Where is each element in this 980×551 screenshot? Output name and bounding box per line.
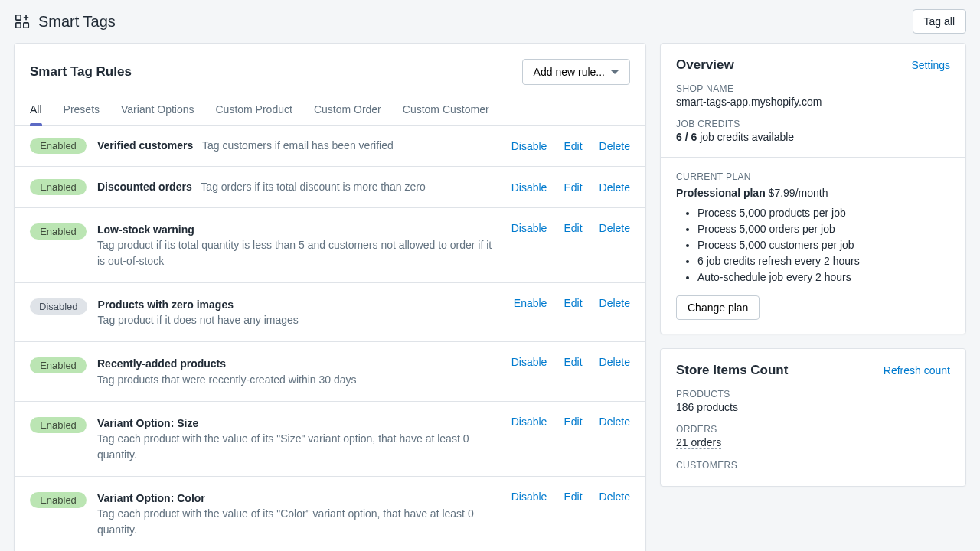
tab-all[interactable]: All [30,97,42,125]
settings-link[interactable]: Settings [911,59,950,71]
overview-title: Overview [676,57,734,73]
plan-feature: Process 5,000 customers per job [697,239,950,251]
delete-link[interactable]: Delete [599,181,630,194]
rule-actions: DisableEditDelete [511,181,630,194]
svg-rect-2 [24,23,28,28]
rule-name: Low-stock warning [97,222,495,237]
status-badge: Disabled [30,298,87,315]
toggle-link[interactable]: Enable [514,297,547,309]
delete-link[interactable]: Delete [599,297,630,309]
plan-feature: Process 5,000 products per job [697,207,950,219]
status-badge: Enabled [30,357,87,373]
rule-text: Discounted orders Tag orders if its tota… [97,179,501,194]
rule-actions: DisableEditDelete [511,491,630,503]
status-badge: Enabled [30,138,87,154]
edit-link[interactable]: Edit [564,222,582,234]
rule-actions: DisableEditDelete [511,356,630,368]
delete-link[interactable]: Delete [599,356,630,368]
rule-text: Products with zero imagesTag product if … [98,297,503,328]
delete-link[interactable]: Delete [599,491,630,503]
rule-name: Discounted orders [97,181,192,193]
status-badge: Enabled [30,223,87,240]
rule-desc: Tag each product with the value of its "… [97,506,501,537]
status-badge: Enabled [30,417,87,433]
overview-card: Overview Settings SHOP NAME smart-tags-a… [660,43,966,334]
tag-all-button[interactable]: Tag all [913,9,966,34]
tab-variant-options[interactable]: Variant Options [121,97,194,125]
delete-link[interactable]: Delete [599,140,630,152]
change-plan-button[interactable]: Change plan [676,295,760,320]
products-label: PRODUCTS [676,389,950,399]
edit-link[interactable]: Edit [564,416,582,428]
rule-row: EnabledVariant Option: SizeTag each prod… [15,402,645,477]
tab-custom-order[interactable]: Custom Order [314,97,381,125]
rules-panel-title: Smart Tag Rules [30,64,132,80]
plan-feature: Auto-schedule job every 2 hours [697,271,950,283]
rules-panel: Smart Tag Rules Add new rule... AllPrese… [14,43,646,551]
delete-link[interactable]: Delete [599,416,630,428]
rule-desc: Tag products that were recently-created … [97,372,501,387]
products-value: 186 products [676,401,950,413]
edit-link[interactable]: Edit [564,297,582,309]
edit-link[interactable]: Edit [564,140,582,152]
rule-row: EnabledVariant Option: ColorTag each pro… [15,477,645,551]
edit-link[interactable]: Edit [564,491,582,503]
rule-desc: Tag customers if email has been verified [202,139,394,152]
plan-feature: 6 job credits refresh every 2 hours [697,255,950,267]
rule-actions: DisableEditDelete [511,140,630,152]
shop-name-label: SHOP NAME [676,83,950,94]
toggle-link[interactable]: Disable [511,222,547,234]
rule-name: Recently-added products [97,356,495,371]
edit-link[interactable]: Edit [564,181,582,194]
rule-name: Variant Option: Color [97,491,495,506]
rule-desc: Tag each product with the value of its "… [97,431,501,462]
rule-text: Verified customers Tag customers if emai… [97,138,501,153]
refresh-count-link[interactable]: Refresh count [884,364,950,377]
tab-custom-customer[interactable]: Custom Customer [403,97,489,125]
app-title: Smart Tags [38,13,116,31]
chevron-down-icon [611,70,619,74]
delete-link[interactable]: Delete [599,222,630,234]
svg-rect-1 [16,23,21,28]
rule-text: Recently-added productsTag products that… [97,356,501,387]
job-credits-value: 6 / 6 job credits available [676,131,950,143]
rule-desc: Tag product if its total quantity is les… [97,237,501,269]
tab-presets[interactable]: Presets [64,97,100,125]
rule-row: EnabledRecently-added productsTag produc… [15,342,645,402]
rule-desc: Tag orders if its total discount is more… [201,181,425,193]
status-badge: Enabled [30,492,87,508]
rule-actions: DisableEditDelete [511,222,630,234]
rule-text: Low-stock warningTag product if its tota… [97,222,501,269]
rule-name: Variant Option: Size [97,416,495,431]
shop-name-value: smart-tags-app.myshopify.com [676,96,950,108]
add-rule-label: Add new rule... [534,66,605,78]
toggle-link[interactable]: Disable [511,181,547,194]
toggle-link[interactable]: Disable [511,416,547,428]
rule-desc: Tag product if it does not have any imag… [98,312,503,328]
orders-label: ORDERS [676,424,950,435]
add-rule-button[interactable]: Add new rule... [522,59,630,85]
store-counts-title: Store Items Count [676,363,788,378]
rule-row: EnabledLow-stock warningTag product if i… [15,208,645,283]
plan-feature: Process 5,000 orders per job [697,223,950,235]
toggle-link[interactable]: Disable [511,491,547,503]
toggle-link[interactable]: Disable [511,356,547,368]
job-credits-label: JOB CREDITS [676,119,950,129]
rule-name: Products with zero images [98,297,497,312]
rule-text: Variant Option: ColorTag each product wi… [97,491,501,537]
rule-row: DisabledProducts with zero imagesTag pro… [15,283,645,343]
rule-row: EnabledVerified customers Tag customers … [15,126,645,167]
customers-label: CUSTOMERS [676,460,950,471]
app-icon [14,13,31,30]
status-badge: Enabled [30,179,87,195]
rule-text: Variant Option: SizeTag each product wit… [97,416,501,462]
rule-name: Verified customers [97,139,193,152]
edit-link[interactable]: Edit [564,356,582,368]
store-counts-card: Store Items Count Refresh count PRODUCTS… [660,348,966,487]
svg-rect-0 [16,15,21,20]
rule-actions: EnableEditDelete [514,297,630,309]
tab-custom-product[interactable]: Custom Product [216,97,292,125]
orders-value: 21 orders [676,436,950,449]
rule-actions: DisableEditDelete [511,416,630,428]
toggle-link[interactable]: Disable [511,140,547,152]
